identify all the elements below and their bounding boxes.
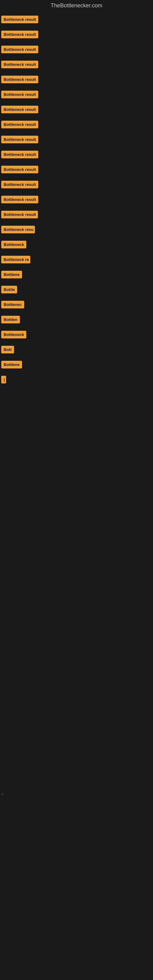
- bottleneck-row-25: |: [0, 373, 153, 388]
- bottleneck-badge[interactable]: Bottleneck result: [1, 196, 38, 204]
- bottleneck-row-9: Bottleneck result: [0, 133, 153, 148]
- bottleneck-row-12: Bottleneck result: [0, 178, 153, 192]
- bottleneck-row-19: Bottle: [0, 283, 153, 298]
- bottleneck-badge[interactable]: Bott: [1, 346, 14, 353]
- bottleneck-badge[interactable]: Bottlene: [1, 271, 22, 278]
- bottleneck-badge[interactable]: Bottlen: [1, 316, 20, 323]
- bottleneck-row-21: Bottlen: [0, 313, 153, 328]
- bottleneck-badge[interactable]: Bottleneck result: [1, 136, 38, 143]
- page-wrapper: TheBottlenecker.com Bottleneck resultBot…: [0, 0, 153, 980]
- bottleneck-row-1: Bottleneck result: [0, 13, 153, 27]
- bottleneck-row-7: Bottleneck result: [0, 103, 153, 118]
- bottleneck-row-17: Bottleneck re: [0, 253, 153, 268]
- bottleneck-row-11: Bottleneck result: [0, 162, 153, 178]
- bottleneck-badge[interactable]: Bottleneck resu: [1, 226, 35, 233]
- bottleneck-badge[interactable]: Bottleneck result: [1, 151, 38, 158]
- bottleneck-row-8: Bottleneck result: [0, 118, 153, 133]
- bottleneck-badge[interactable]: Bottleneck result: [1, 76, 38, 83]
- bottleneck-row-20: Bottlenec: [0, 298, 153, 313]
- bottleneck-badge[interactable]: Bottleneck result: [1, 211, 38, 218]
- footer-area: o: [1, 792, 3, 796]
- bottleneck-badge[interactable]: Bottleneck result: [1, 166, 38, 173]
- site-title: TheBottlenecker.com: [0, 0, 153, 11]
- bottleneck-badge[interactable]: Bottlenec: [1, 301, 24, 309]
- bottleneck-badge[interactable]: |: [1, 376, 6, 383]
- bottleneck-row-2: Bottleneck result: [0, 27, 153, 43]
- bottleneck-row-4: Bottleneck result: [0, 57, 153, 73]
- bottleneck-badge[interactable]: Bottleneck: [1, 331, 26, 339]
- bottleneck-badge[interactable]: Bottleneck result: [1, 16, 38, 23]
- bottleneck-badge[interactable]: Bottleneck result: [1, 181, 38, 188]
- bottleneck-row-13: Bottleneck result: [0, 192, 153, 208]
- bottleneck-row-23: Bott: [0, 343, 153, 358]
- bottleneck-badge[interactable]: Bottleneck result: [1, 106, 38, 113]
- bottleneck-row-14: Bottleneck result: [0, 208, 153, 223]
- bottleneck-row-3: Bottleneck result: [0, 43, 153, 57]
- bottleneck-row-16: Bottleneck: [0, 238, 153, 253]
- bottleneck-badge[interactable]: Bottleneck: [1, 241, 26, 248]
- bottleneck-row-18: Bottlene: [0, 268, 153, 283]
- items-container: Bottleneck resultBottleneck resultBottle…: [0, 11, 153, 389]
- bottleneck-badge[interactable]: Bottleneck re: [1, 256, 30, 263]
- bottleneck-badge[interactable]: Bottle: [1, 286, 17, 293]
- bottleneck-badge[interactable]: Bottleneck result: [1, 60, 38, 68]
- bottleneck-row-5: Bottleneck result: [0, 73, 153, 88]
- bottleneck-badge[interactable]: Bottlene: [1, 361, 22, 368]
- bottleneck-badge[interactable]: Bottleneck result: [1, 121, 38, 128]
- bottleneck-badge[interactable]: Bottleneck result: [1, 30, 38, 38]
- bottleneck-badge[interactable]: Bottleneck result: [1, 46, 38, 53]
- bottleneck-row-15: Bottleneck resu: [0, 223, 153, 238]
- bottleneck-row-10: Bottleneck result: [0, 148, 153, 162]
- bottleneck-row-6: Bottleneck result: [0, 88, 153, 103]
- bottleneck-row-24: Bottlene: [0, 358, 153, 373]
- bottleneck-badge[interactable]: Bottleneck result: [1, 91, 38, 98]
- bottleneck-row-22: Bottleneck: [0, 328, 153, 343]
